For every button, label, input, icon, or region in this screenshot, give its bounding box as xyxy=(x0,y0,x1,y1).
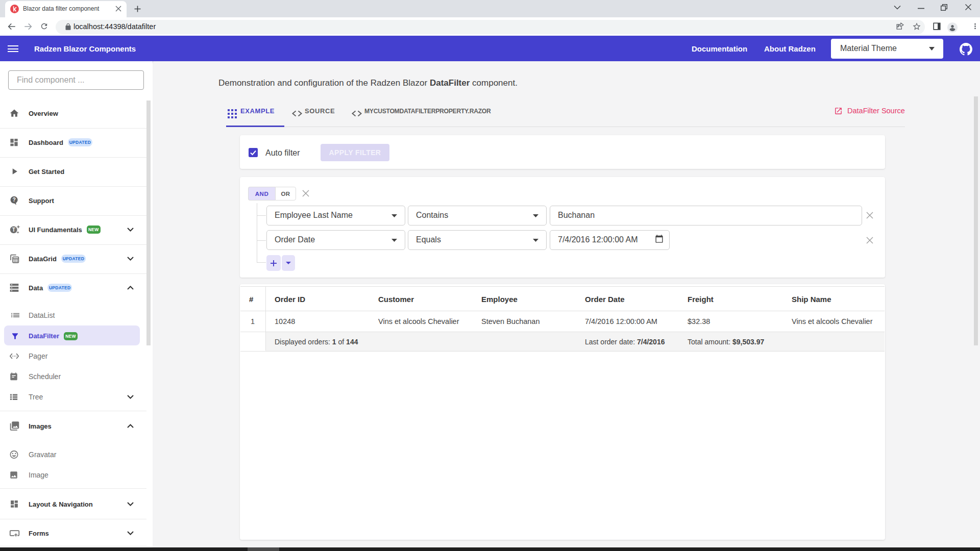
svg-text:T: T xyxy=(12,227,16,233)
svg-text:?: ? xyxy=(12,197,15,203)
